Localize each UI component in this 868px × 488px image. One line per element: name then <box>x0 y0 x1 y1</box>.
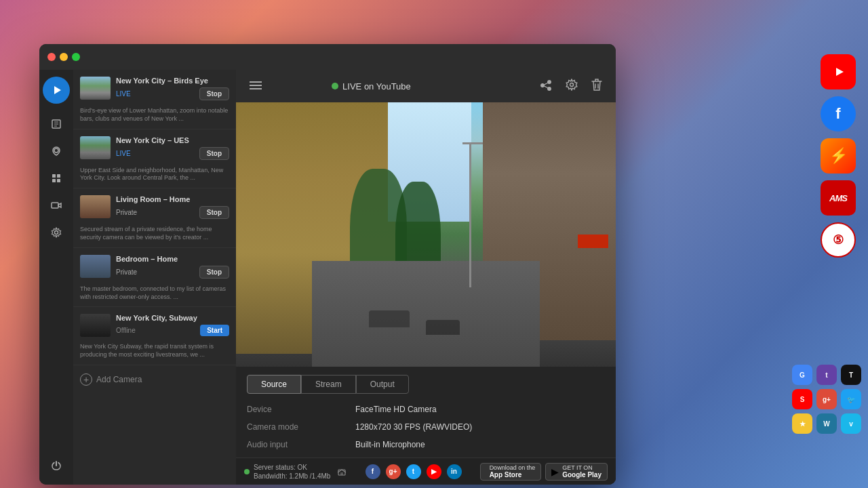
social-facebook[interactable]: f <box>366 464 380 479</box>
settings-btn[interactable] <box>563 76 580 97</box>
svg-point-15 <box>55 231 58 235</box>
camera-status-5: Offline <box>116 327 136 334</box>
camera-item-2[interactable]: New York City – UES LIVE Stop Upper East… <box>73 129 236 189</box>
g-icon[interactable]: G <box>792 365 812 385</box>
desktop-icons-bottom: G t T S g+ 🐦 ★ W v <box>792 365 861 434</box>
sidebar-settings-icon[interactable] <box>44 220 68 245</box>
vimeo-icon[interactable]: v <box>841 413 861 434</box>
t-icon[interactable]: T <box>841 365 861 385</box>
camera-name-4: Bedroom – Home <box>116 255 229 264</box>
top-bar-actions <box>537 76 605 97</box>
camera-status-1: LIVE <box>116 90 131 98</box>
camera-item-3[interactable]: Living Room – Home Private Stop Secured … <box>73 188 236 248</box>
google-play-icon: ▶ <box>551 466 559 477</box>
camera-name-1: New York City – Birds Eye <box>116 77 229 85</box>
traffic-lights <box>47 53 80 61</box>
camera-desc-4: The master bedroom, connected to my list… <box>80 285 229 301</box>
bolt-desktop-icon[interactable]: ⚡ <box>821 138 856 174</box>
camera-status-2: LIVE <box>116 150 131 157</box>
app-window: New York City – Birds Eye LIVE Stop Bird… <box>39 44 616 485</box>
device-label: Device <box>247 405 355 414</box>
footer-social: f g+ t ▶ in <box>366 464 462 479</box>
camera-thumb-2 <box>80 136 111 159</box>
store-badges: Download on the App Store ▶ GET IT ON Go… <box>480 463 608 481</box>
s-icon[interactable]: S <box>792 389 812 409</box>
camera-desc-2: Upper East Side and neighborhood, Manhat… <box>80 167 229 182</box>
sidebar-grid-icon[interactable] <box>44 166 68 190</box>
top-bar: LIVE on YouTube <box>236 70 616 102</box>
server-status-dot <box>244 469 250 474</box>
camera-thumb-5 <box>80 314 111 337</box>
social-linkedin[interactable]: in <box>447 464 462 479</box>
minimize-button[interactable] <box>60 53 68 61</box>
svg-point-8 <box>54 148 58 152</box>
share-btn[interactable] <box>537 76 555 97</box>
yellow-icon[interactable]: ★ <box>792 413 812 434</box>
maximize-button[interactable] <box>72 53 80 61</box>
camera-header-5: New York City, Subway Offline Start <box>80 314 229 339</box>
camera-thumb-1 <box>80 77 111 100</box>
camera-stop-btn-4[interactable]: Stop <box>199 266 229 279</box>
title-bar <box>39 44 616 70</box>
appstore-badge[interactable]: Download on the App Store <box>480 463 542 481</box>
sidebar-power-icon[interactable] <box>44 453 68 478</box>
camera-list: New York City – Birds Eye LIVE Stop Bird… <box>73 70 236 485</box>
sidebar-video-icon[interactable] <box>44 193 68 218</box>
svg-marker-14 <box>58 203 61 207</box>
tab-source[interactable]: Source <box>247 375 301 394</box>
svg-rect-21 <box>340 472 343 475</box>
camera-header-2: New York City – UES LIVE Stop <box>80 136 229 163</box>
camera-item-5[interactable]: New York City, Subway Offline Start New … <box>73 307 236 365</box>
camera-stop-btn-2[interactable]: Stop <box>199 147 229 160</box>
camera-mode-value: 868x488 30 FPS (RAWVIDEO) <box>355 422 605 432</box>
camera-item[interactable]: New York City – Birds Eye LIVE Stop Bird… <box>73 70 236 129</box>
camera-name-2: New York City – UES <box>116 136 229 145</box>
camera-info-5: New York City, Subway Offline Start <box>116 314 229 339</box>
wp-icon[interactable]: W <box>816 413 837 434</box>
camera-status-row-4: Private Stop <box>116 266 229 279</box>
camera-desc-5: New York City Subway, the rapid transit … <box>80 343 229 359</box>
tab-stream[interactable]: Stream <box>301 375 356 394</box>
video-preview <box>236 102 616 367</box>
sidebar-logo[interactable] <box>43 77 70 104</box>
camera-desc-1: Bird's-eye view of Lower Manhattan, zoom… <box>80 107 229 123</box>
camera-header-4: Bedroom – Home Private Stop <box>80 255 229 281</box>
camera-header-1: New York City – Birds Eye LIVE Stop <box>80 77 229 103</box>
social-gplus[interactable]: g+ <box>386 464 401 479</box>
camera-name-3: Living Room – Home <box>116 195 229 204</box>
menu-btn[interactable] <box>247 77 264 96</box>
twitch-icon[interactable]: t <box>816 365 837 385</box>
googleplay-badge[interactable]: ▶ GET IT ON Google Play <box>545 463 608 481</box>
app-footer: Server status: OK Bandwidth: 1.2Mb /1.4M… <box>236 458 616 485</box>
camera-status-4: Private <box>116 268 137 276</box>
add-camera-btn[interactable]: + Add Camera <box>73 365 236 394</box>
gplus-icon[interactable]: g+ <box>816 389 837 409</box>
tab-output[interactable]: Output <box>356 375 409 394</box>
sidebar-book-icon[interactable] <box>44 112 68 136</box>
bottom-controls: Source Stream Output Device FaceTime HD … <box>236 367 616 458</box>
camera-info-3: Living Room – Home Private Stop <box>116 195 229 222</box>
s5-desktop-icon[interactable]: ⑤ <box>821 222 856 258</box>
camera-thumb-3 <box>80 195 111 218</box>
main-content: LIVE on YouTube <box>236 70 616 485</box>
audio-input-value: Built-in Microphone <box>355 440 605 449</box>
facebook-desktop-icon[interactable]: f <box>821 96 856 131</box>
sidebar-location-icon[interactable] <box>44 139 68 163</box>
twitter-icon[interactable]: 🐦 <box>841 389 861 409</box>
googleplay-text: GET IT ON Google Play <box>562 464 601 479</box>
camera-stop-btn-1[interactable]: Stop <box>199 87 229 100</box>
svg-rect-11 <box>52 179 56 182</box>
add-camera-label: Add Camera <box>96 375 142 384</box>
youtube-desktop-icon[interactable] <box>821 54 856 89</box>
social-youtube[interactable]: ▶ <box>427 464 441 479</box>
social-twitter[interactable]: t <box>406 464 421 479</box>
ams-desktop-icon[interactable]: AMS <box>821 180 856 216</box>
camera-info-4: Bedroom – Home Private Stop <box>116 255 229 281</box>
camera-start-btn-5[interactable]: Start <box>200 325 229 336</box>
camera-header-3: Living Room – Home Private Stop <box>80 195 229 222</box>
camera-item-4[interactable]: Bedroom – Home Private Stop The master b… <box>73 248 236 308</box>
delete-btn[interactable] <box>589 76 605 97</box>
camera-stop-btn-3[interactable]: Stop <box>199 206 229 219</box>
live-dot <box>332 83 338 89</box>
close-button[interactable] <box>47 53 56 61</box>
